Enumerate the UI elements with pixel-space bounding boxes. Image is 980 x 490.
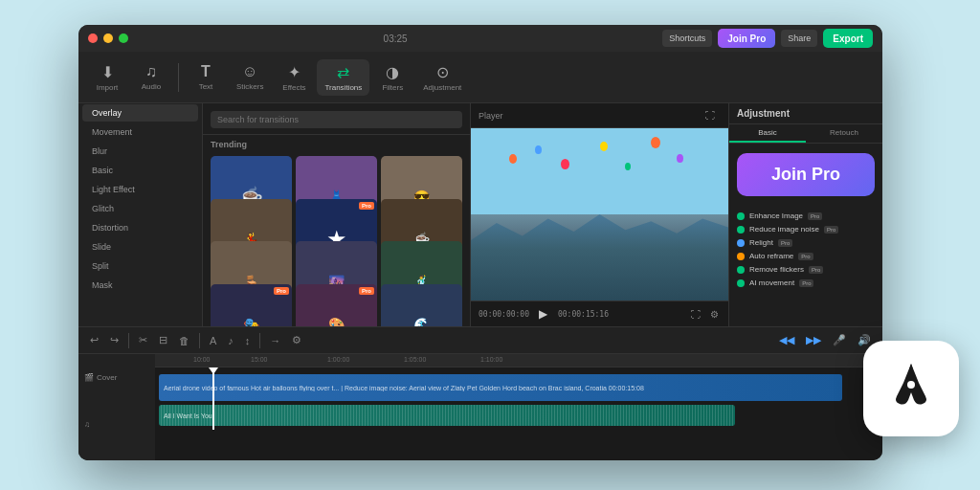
capcut-logo-icon [882,356,940,421]
text-timeline-button[interactable]: A [206,333,220,348]
video-track[interactable]: Aerial drone video of famous Hot air bal… [159,374,842,401]
adj-ai-movement[interactable]: AI movement Pro [737,278,875,287]
track-label-audio: ♫ [84,420,149,429]
tool-import[interactable]: ⬇ Import [86,59,128,96]
adj-enhance-image[interactable]: Enhance Image Pro [737,212,875,220]
undo-button[interactable]: ↩ [86,332,102,348]
adj-auto-reframe[interactable]: Auto reframe Pro [737,252,875,260]
pro-badge-reframe: Pro [798,253,813,260]
toggle-reduce-noise [737,226,745,234]
zoom-fit-button[interactable]: ⛶ [689,307,702,322]
audio-timeline-button[interactable]: ♪ [224,333,237,348]
tool-transitions[interactable]: ⇄ Transitions [317,59,369,96]
label-enhance-image: Enhance Image [749,212,803,220]
filter-mask[interactable]: Mask [82,277,198,294]
label-relight: Relight [749,238,773,247]
tool-adjustment[interactable]: ⊙ Adjustment [415,59,469,96]
delete-segment-button[interactable]: ⊟ [155,332,171,348]
transitions-label: Transitions [324,83,362,92]
audio-track[interactable]: All I Want Is You [159,405,735,426]
pro-badge-ai: Pro [799,279,813,287]
shortcuts-button[interactable]: Shortcuts [662,30,712,47]
delete-button[interactable]: 🗑 [175,333,193,348]
zoom-out-timeline[interactable]: ▶▶ [802,332,825,348]
transitions-grid: ☕ Space Flip 👗 Dream Flare 😎 Sweeper 1 💃… [203,152,470,326]
video-track-text: Aerial drone video of famous Hot air bal… [159,385,649,391]
filter-distortion[interactable]: Distortion [82,219,198,236]
adj-reduce-noise[interactable]: Reduce image noise Pro [737,225,875,234]
player-header: Player ⛶ [471,103,728,128]
split-button[interactable]: ✂ [135,332,151,348]
transition-item11[interactable]: 🎨 Art... Pro [296,284,377,327]
player-title: Player [479,111,503,121]
transition-item12[interactable]: 🌊 Wave... [381,284,462,327]
filter-basic[interactable]: Basic [82,162,198,179]
label-remove-flickers: Remove flickers [749,265,804,274]
filter-overlay[interactable]: Overlay [82,104,198,122]
import-label: Import [97,83,119,92]
adjustment-list: Enhance Image Pro Reduce image noise Pro… [729,206,882,293]
join-pro-overlay[interactable]: Join Pro [737,153,875,196]
pro-badge-flickers: Pro [809,266,823,274]
tool-effects[interactable]: ✦ Effects [273,59,315,96]
playhead[interactable] [212,368,214,430]
main-content: Overlay Movement Blur Basic Light Effect… [78,103,882,326]
timeline-area: 🎬 Cover ♫ 10:00 15:00 1:00:00 1:05:00 1:… [78,354,882,460]
filter-split[interactable]: Split [82,257,198,275]
minimize-button[interactable] [103,33,113,43]
share-button[interactable]: Share [781,30,817,47]
time-start: 00:00:00:00 [479,310,529,319]
adj-relight[interactable]: Relight Pro [737,238,875,247]
join-pro-title-button[interactable]: Join Pro [718,29,775,48]
fullscreen-button[interactable]: ⛶ [703,108,717,122]
export-button[interactable]: Export [823,29,873,48]
timeline-tracks: 10:00 15:00 1:00:00 1:05:00 1:10:00 Aeri… [155,354,882,460]
pro-badge-11: Pro [359,287,374,295]
play-button[interactable]: ▶ [535,305,552,323]
player-controls: 00:00:00:00 ▶ 00:00:15:16 ⛶ ⚙ [471,301,728,326]
fit-button[interactable]: ↕ [241,333,255,348]
tool-audio[interactable]: ♫ Audio [130,59,172,95]
pro-badge-5: Pro [359,202,374,210]
ruler-mark-3: 1:00:00 [327,356,349,363]
filter-blur[interactable]: Blur [82,143,198,160]
transitions-search-input[interactable] [211,111,462,128]
tool-filters[interactable]: ◑ Filters [371,59,413,96]
toggle-auto-reframe [737,253,745,260]
timeline-ruler: 10:00 15:00 1:00:00 1:05:00 1:10:00 [155,354,882,368]
tool-stickers[interactable]: ☺ Stickers [229,59,271,95]
maximize-button[interactable] [119,33,128,43]
traffic-lights [88,33,128,43]
zoom-in-timeline[interactable]: ◀◀ [775,332,798,348]
filter-movement[interactable]: Movement [82,123,198,141]
effects-label: Effects [282,83,305,92]
filter-light-effect[interactable]: Light Effect [82,181,198,198]
text-icon: T [201,63,211,80]
track-labels: 🎬 Cover ♫ [78,354,155,460]
stickers-icon: ☺ [242,63,257,80]
filter-glitch[interactable]: Glitch [82,200,198,217]
timeline-toolbar: ↩ ↪ ✂ ⊟ 🗑 A ♪ ↕ → ⚙ ◀◀ ▶▶ 🎤 🔊 [78,327,882,354]
tl-divider-2 [199,333,200,348]
import-icon: ⬇ [101,63,114,81]
transitions-icon: ⇄ [337,63,349,81]
settings-button[interactable]: ⚙ [708,307,721,322]
toggle-ai-movement [737,279,745,287]
settings-timeline-button[interactable]: ⚙ [288,332,305,348]
app-window: 03:25 Shortcuts Join Pro Share Export ⬇ … [78,25,882,460]
transition-item10[interactable]: 🎭 Ditto... Pro [211,284,292,327]
time-end: 00:00:15:16 [558,310,609,319]
filter-list: Overlay Movement Blur Basic Light Effect… [78,103,202,295]
tool-text[interactable]: T Text [185,59,227,95]
mic-button[interactable]: 🎤 [829,332,850,348]
filter-slide[interactable]: Slide [82,238,198,256]
adj-remove-flickers[interactable]: Remove flickers Pro [737,265,875,274]
tab-basic[interactable]: Basic [729,124,806,143]
forward-button[interactable]: → [266,333,284,348]
tab-retouch[interactable]: Retouch [806,124,882,143]
redo-button[interactable]: ↪ [106,332,122,348]
capcut-svg [882,356,940,413]
close-button[interactable] [88,33,98,43]
adjustment-tabs: Basic Retouch [729,124,882,144]
adjustment-label: Adjustment [423,83,461,92]
